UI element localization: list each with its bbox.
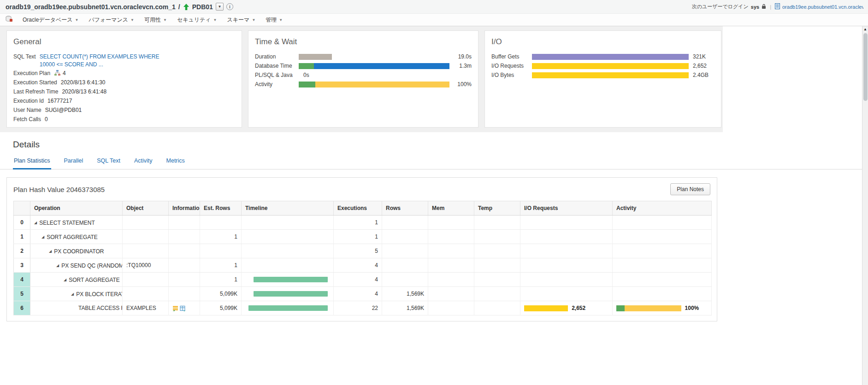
time-wait-title: Time & Wait <box>255 37 472 47</box>
operation-name: PX COORDINATOR <box>54 248 104 255</box>
info-icon[interactable]: i <box>226 3 233 10</box>
host-link[interactable]: oradb19ee.pubsubnet01.vcn.oraclevcn.co <box>782 4 863 10</box>
activity-cell <box>613 216 712 230</box>
sql-text-link[interactable]: SELECT COUNT(*) FROM EXAMPLES WHERE 1000… <box>40 53 176 69</box>
duration-bar <box>299 54 449 60</box>
details-heading: Details <box>13 140 868 150</box>
plan-notes-button[interactable]: Plan Notes <box>670 183 710 195</box>
menu-label: セキュリティ <box>177 16 211 24</box>
filter-columns-icon <box>180 305 186 311</box>
page-title: oradb19_oradb19ee.pubsubnet01.vcn.oracle… <box>6 3 176 11</box>
timeline-bar <box>248 305 328 311</box>
col-io-requests: I/O Requests <box>520 201 613 216</box>
col-executions: Executions <box>334 201 382 216</box>
menu-administration[interactable]: 管理▼ <box>266 16 283 24</box>
tab-activity[interactable]: Activity <box>133 155 154 169</box>
temp-cell <box>474 273 520 287</box>
execution-plan-icon <box>54 70 61 76</box>
mem-cell <box>428 287 474 301</box>
plan-row-2[interactable]: 2◢PX COORDINATOR5 <box>14 244 712 258</box>
temp-cell <box>474 258 520 273</box>
col-rows: Rows <box>382 201 428 216</box>
menu-schema[interactable]: スキーマ▼ <box>227 16 256 24</box>
vertical-scrollbar[interactable]: ▲ <box>862 26 868 385</box>
rows-cell <box>382 230 428 244</box>
activity-cell <box>613 244 712 258</box>
col-row-number <box>14 201 30 216</box>
top-header-bar: oradb19_oradb19ee.pubsubnet01.vcn.oracle… <box>0 0 868 14</box>
col-operation: Operation <box>30 201 123 216</box>
est-rows-cell: 1 <box>200 230 242 244</box>
activity-cell <box>613 230 712 244</box>
plan-row-6[interactable]: 6TABLE ACCESS FULLEXAMPLES5,099K221,569K… <box>14 301 712 315</box>
activity-row: Activity 100% <box>255 80 472 89</box>
menu-security[interactable]: セキュリティ▼ <box>177 16 217 24</box>
rows-cell <box>382 258 428 273</box>
menu-performance[interactable]: パフォーマンス▼ <box>89 16 134 24</box>
table-rows-icon <box>172 305 178 311</box>
bar-segment-green <box>299 63 314 69</box>
plan-row-5[interactable]: 5◢PX BLOCK ITERATOR5,099K41,569K <box>14 287 712 301</box>
io-requests-cell <box>520 287 613 301</box>
tab-plan-statistics[interactable]: Plan Statistics <box>13 155 51 169</box>
tab-metrics[interactable]: Metrics <box>165 155 186 169</box>
executions-cell: 1 <box>334 230 382 244</box>
col-timeline: Timeline <box>242 201 334 216</box>
mem-cell <box>428 230 474 244</box>
object-cell <box>123 230 169 244</box>
execution-plan-count: 4 <box>63 69 66 78</box>
scroll-up-arrow[interactable]: ▲ <box>862 27 868 31</box>
stat-value: 1.3m <box>449 63 472 69</box>
chevron-down-icon: ▼ <box>252 18 255 22</box>
plan-row-0[interactable]: 0◢SELECT STATEMENT1 <box>14 216 712 230</box>
temp-cell <box>474 244 520 258</box>
plan-row-3[interactable]: 3◢PX SEND QC (RANDOM):TQ1000014 <box>14 258 712 273</box>
menu-label: スキーマ <box>227 16 250 24</box>
pdb-switcher-dropdown[interactable]: ▼ <box>216 3 224 11</box>
field-value: 0 <box>45 115 48 124</box>
menu-availability[interactable]: 可用性▼ <box>144 16 167 24</box>
bar-segment-yellow <box>315 82 449 88</box>
timeline-cell <box>242 258 334 273</box>
row-number-cell: 0 <box>14 216 30 230</box>
field-label: User Name <box>13 105 41 115</box>
scrollbar-thumb[interactable] <box>863 33 868 101</box>
plan-row-1[interactable]: 1◢SORT AGGREGATE11 <box>14 230 712 244</box>
stat-value: 321K <box>689 53 714 60</box>
timeline-cell <box>242 287 334 301</box>
col-information: Information <box>169 201 200 216</box>
expand-collapse-icon[interactable]: ◢ <box>71 292 74 296</box>
stat-label: I/O Requests <box>491 63 532 69</box>
sql-text-label: SQL Text <box>13 52 36 61</box>
expand-collapse-icon[interactable]: ◢ <box>34 221 37 225</box>
tab-sql-text[interactable]: SQL Text <box>96 155 121 169</box>
tab-parallel[interactable]: Parallel <box>63 155 84 169</box>
bar-segment-blue <box>314 63 449 69</box>
rows-cell <box>382 216 428 230</box>
object-cell <box>123 216 169 230</box>
login-info-group: 次のユーザーでログイン sys | oradb19ee.pubsubnet01.… <box>692 3 863 10</box>
plsql-java-row: PL/SQL & Java 0s <box>255 70 472 80</box>
plan-table: Operation Object Information Est. Rows T… <box>13 201 712 315</box>
separator: | <box>770 4 771 10</box>
mem-cell <box>428 301 474 315</box>
stat-label: Activity <box>255 81 299 88</box>
information-cell <box>169 273 200 287</box>
mem-cell <box>428 244 474 258</box>
menu-oracle-database[interactable]: Oracleデータベース▼ <box>23 16 78 24</box>
field-row: User Name SUGI@PDB01 <box>13 105 235 115</box>
io-requests-bar <box>524 305 568 311</box>
status-up-arrow-icon <box>183 4 189 10</box>
expand-collapse-icon[interactable]: ◢ <box>41 235 44 239</box>
pdb-name: PDB01 <box>192 3 213 11</box>
col-mem: Mem <box>428 201 474 216</box>
field-row: Execution Id 16777217 <box>13 96 235 105</box>
expand-collapse-icon[interactable]: ◢ <box>64 278 66 282</box>
plan-row-4[interactable]: 4◢SORT AGGREGATE14 <box>14 273 712 287</box>
expand-collapse-icon[interactable]: ◢ <box>49 249 52 253</box>
expand-collapse-icon[interactable]: ◢ <box>56 263 59 268</box>
object-cell <box>123 244 169 258</box>
rows-cell: 1,569K <box>382 287 428 301</box>
operation-cell: ◢SORT AGGREGATE <box>30 273 123 287</box>
io-title: I/O <box>491 37 714 47</box>
